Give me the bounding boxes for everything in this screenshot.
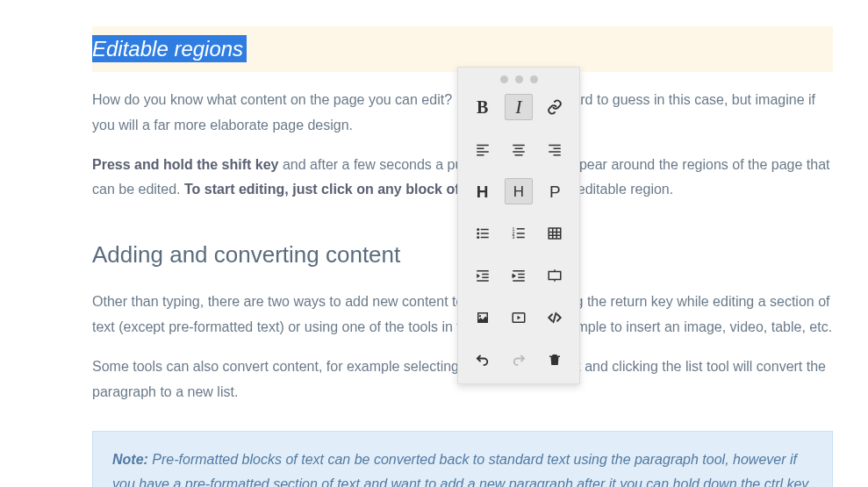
paragraph-icon: P xyxy=(549,183,561,200)
svg-rect-8 xyxy=(549,145,562,147)
svg-rect-33 xyxy=(513,270,525,272)
bold-button[interactable]: B xyxy=(469,94,497,120)
toolbox-grid: B I H H P 123 xyxy=(458,89,579,383)
svg-rect-2 xyxy=(477,151,489,153)
svg-rect-10 xyxy=(549,151,562,153)
undo-icon xyxy=(475,352,491,368)
svg-rect-36 xyxy=(513,280,525,282)
grip-dot-icon xyxy=(500,75,508,83)
paragraph-button[interactable]: P xyxy=(541,178,569,204)
link-icon xyxy=(547,99,563,115)
svg-rect-24 xyxy=(549,228,562,239)
indent-button[interactable] xyxy=(505,262,533,289)
section-heading-editable-regions[interactable]: Editable regions xyxy=(92,35,247,62)
svg-point-14 xyxy=(477,233,479,235)
svg-rect-37 xyxy=(549,272,562,280)
svg-rect-11 xyxy=(554,154,561,156)
bold-icon: B xyxy=(477,98,488,116)
undo-button[interactable] xyxy=(469,347,497,373)
code-button[interactable] xyxy=(541,304,569,331)
toolbox-drag-handle[interactable] xyxy=(458,68,579,89)
link-button[interactable] xyxy=(541,94,569,120)
svg-rect-0 xyxy=(477,145,489,147)
ordered-list-icon: 123 xyxy=(511,226,527,241)
italic-button[interactable]: I xyxy=(505,94,533,120)
outdent-icon xyxy=(475,268,491,283)
italic-icon: I xyxy=(515,97,521,117)
svg-rect-17 xyxy=(480,237,488,239)
svg-rect-7 xyxy=(514,154,522,156)
heading-wrapper: Editable regions xyxy=(92,26,833,72)
subheading-button[interactable]: H xyxy=(505,178,533,204)
unordered-list-icon xyxy=(475,226,491,241)
svg-rect-30 xyxy=(482,274,489,276)
svg-rect-29 xyxy=(477,270,489,272)
grip-dot-icon xyxy=(530,75,538,83)
heading-button[interactable]: H xyxy=(469,178,497,204)
delete-button[interactable] xyxy=(541,347,569,373)
note-label: Note: xyxy=(112,452,148,467)
indent-icon xyxy=(511,268,527,283)
grip-dot-icon xyxy=(515,75,523,83)
align-left-button[interactable] xyxy=(469,136,497,162)
unordered-list-button[interactable] xyxy=(469,220,497,247)
video-icon xyxy=(511,310,527,326)
align-left-icon xyxy=(475,141,491,157)
svg-point-12 xyxy=(477,228,479,231)
svg-rect-13 xyxy=(480,229,488,231)
bold-press-shift: Press and hold the shift key xyxy=(92,157,279,172)
image-button[interactable] xyxy=(469,304,497,331)
preformatted-icon xyxy=(547,268,563,283)
redo-button[interactable] xyxy=(505,347,533,373)
svg-rect-35 xyxy=(518,277,525,279)
svg-rect-21 xyxy=(517,233,525,234)
svg-point-16 xyxy=(477,236,479,239)
svg-rect-1 xyxy=(477,148,484,150)
svg-text:3: 3 xyxy=(512,234,514,240)
editor-toolbox: B I H H P 123 xyxy=(457,67,580,384)
svg-rect-34 xyxy=(518,274,525,276)
svg-rect-3 xyxy=(477,154,484,156)
outdent-button[interactable] xyxy=(469,262,497,289)
note-body: Pre-formatted blocks of text can be conv… xyxy=(112,452,808,487)
trash-icon xyxy=(547,352,563,368)
svg-rect-4 xyxy=(513,145,525,147)
subheading-icon: H xyxy=(513,184,524,199)
table-icon xyxy=(547,226,563,241)
heading-icon: H xyxy=(477,183,489,200)
align-center-icon xyxy=(511,141,527,157)
svg-rect-31 xyxy=(482,277,489,279)
svg-rect-15 xyxy=(480,233,488,234)
video-button[interactable] xyxy=(505,304,533,331)
align-right-icon xyxy=(547,141,563,157)
note-block[interactable]: Note: Pre-formatted blocks of text can b… xyxy=(92,431,833,487)
preformatted-button[interactable] xyxy=(541,262,569,289)
svg-rect-19 xyxy=(517,228,525,230)
align-right-button[interactable] xyxy=(541,136,569,162)
table-button[interactable] xyxy=(541,220,569,247)
svg-rect-32 xyxy=(477,280,489,282)
image-icon xyxy=(475,310,491,326)
svg-rect-23 xyxy=(517,237,525,239)
svg-rect-9 xyxy=(554,148,561,150)
ordered-list-button[interactable]: 123 xyxy=(505,220,533,247)
redo-icon xyxy=(511,352,527,368)
svg-rect-6 xyxy=(513,151,525,153)
align-center-button[interactable] xyxy=(505,136,533,162)
svg-rect-5 xyxy=(514,148,522,150)
svg-line-41 xyxy=(554,313,556,323)
code-icon xyxy=(547,310,563,326)
